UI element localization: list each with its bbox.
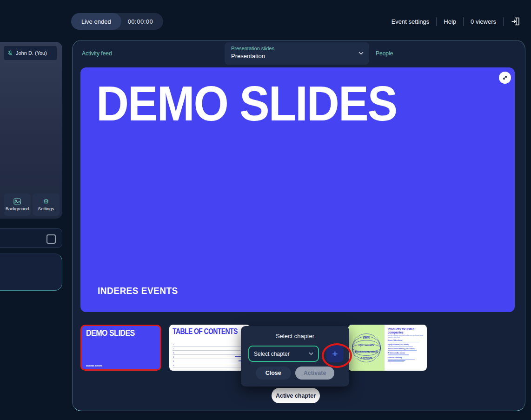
presentation-selector[interactable]: Presentation slides Presentation: [225, 42, 369, 65]
toc-row: 1: [173, 342, 247, 347]
tab-people[interactable]: People: [376, 50, 393, 57]
presentation-selector-label: Presentation slides: [231, 46, 363, 51]
toc-row-number: 6: [173, 364, 174, 367]
products-title: Products for listed companies: [388, 327, 424, 334]
toc-row-number: 1: [173, 343, 174, 346]
plus-icon: +: [332, 349, 338, 359]
slide-footer: INDERES EVENTS: [98, 286, 178, 296]
add-chapter-button[interactable]: +: [326, 345, 344, 362]
toc-row-number: 4: [173, 356, 174, 358]
select-chapter-popup: Select chapter Select chapter + Close Ac…: [241, 326, 349, 387]
text-bar: [388, 359, 415, 360]
current-slide: DEMO SLIDES INDERES EVENTS: [80, 67, 515, 312]
live-status-button[interactable]: Live ended: [71, 13, 121, 30]
sphere-label: ANNUAL GENERAL MEETING: [348, 351, 385, 353]
thumbnail-table-of-contents[interactable]: TABLE OF CONTENTS 1 2 3 4 5 6: [169, 325, 250, 371]
thumbnail-demo-slides[interactable]: DEMO SLIDES INDERES EVENTS: [80, 325, 161, 371]
self-video-tile: John D. (You) Background ⚙ Settings: [0, 42, 62, 219]
sidebar-lower-panel: [0, 253, 62, 291]
sphere-icon: [351, 328, 382, 367]
chapter-select[interactable]: Select chapter: [248, 346, 319, 362]
tile-buttons: Background ⚙ Settings: [4, 193, 60, 216]
main-panel: Activity feed Presentation slides Presen…: [72, 40, 525, 411]
products-section2: Products combining: [388, 357, 424, 359]
text-bar: [388, 361, 404, 362]
presentation-selector-value: Presentation: [231, 53, 363, 60]
thumbnail-title: TABLE OF CONTENTS: [173, 327, 238, 335]
sidebar-checkbox[interactable]: [46, 234, 56, 244]
products-subtitle: Investor relations essentials and access…: [388, 335, 424, 338]
products-bullet: IR Software (40+ clients): [388, 352, 424, 355]
expand-icon: [502, 74, 508, 81]
products-bullet: Equity Research (100+ clients): [388, 344, 424, 347]
slide-title: DEMO SLIDES: [96, 76, 397, 132]
toc-rows: 1 2 3 4 5 6: [173, 342, 247, 367]
expand-slide-button[interactable]: [499, 72, 511, 84]
toc-row-number: 3: [173, 352, 174, 354]
products-text: Products for listed companies Investor r…: [385, 325, 427, 371]
products-bullet: Annual General Meeting (100+ clients): [388, 348, 424, 351]
mic-muted-icon: [7, 50, 13, 56]
toc-row-number: 2: [173, 347, 174, 350]
participant-name: John D. (You): [16, 50, 47, 56]
live-status-label: Live ended: [81, 18, 111, 25]
toc-row: 4: [173, 355, 247, 359]
chevron-down-icon: [309, 352, 313, 355]
toc-row-number: 5: [173, 360, 174, 362]
event-settings-link[interactable]: Event settings: [392, 18, 430, 25]
background-button-label: Background: [6, 206, 29, 211]
stream-timer: 00:00:00: [121, 18, 164, 25]
thumbnail-products[interactable]: EVENTS EQUITY RESEARCH ANNUAL GENERAL ME…: [348, 325, 427, 371]
topbar-right: Event settings Help 0 viewers: [392, 12, 521, 31]
toc-row: 3: [173, 351, 247, 355]
products-sphere-graphic: EVENTS EQUITY RESEARCH ANNUAL GENERAL ME…: [348, 325, 385, 371]
tab-activity-feed[interactable]: Activity feed: [82, 50, 112, 57]
separator: [463, 17, 464, 26]
active-chapter-button[interactable]: Active chapter: [272, 388, 320, 403]
background-button[interactable]: Background: [4, 193, 31, 216]
toc-row: 2: [173, 347, 247, 351]
chevron-down-icon: [358, 52, 364, 55]
participant-name-badge: John D. (You): [4, 46, 57, 60]
sphere-label: EVENTS: [348, 337, 385, 339]
viewers-count[interactable]: 0 viewers: [471, 18, 496, 25]
thumbnail-footer: INDERES EVENTS: [86, 365, 102, 367]
separator: [436, 17, 437, 26]
gear-icon: ⚙: [43, 198, 49, 205]
sidebar-option-row: [0, 228, 62, 248]
leave-event-icon[interactable]: [511, 16, 521, 27]
toc-row: 5: [173, 359, 247, 363]
sphere-label: EQUITY RESEARCH: [348, 345, 385, 347]
popup-title: Select chapter: [241, 333, 349, 340]
live-status-pill: Live ended 00:00:00: [71, 13, 163, 30]
settings-button-label: Settings: [38, 206, 54, 211]
popup-actions: Close Activate: [241, 367, 349, 380]
close-button[interactable]: Close: [256, 367, 291, 380]
thumbnail-title: DEMO SLIDES: [86, 329, 135, 338]
chapter-select-value: Select chapter: [254, 351, 309, 357]
image-icon: [13, 198, 21, 205]
sphere-label: IR SOFTWARE: [348, 357, 385, 359]
separator: [503, 17, 504, 26]
settings-button[interactable]: ⚙ Settings: [33, 193, 60, 216]
activate-button[interactable]: Activate: [295, 367, 335, 380]
text-bar: [388, 360, 406, 361]
products-bullet: Events (300+ clients): [388, 340, 424, 343]
help-link[interactable]: Help: [444, 18, 456, 25]
toc-row: 6: [173, 363, 247, 367]
